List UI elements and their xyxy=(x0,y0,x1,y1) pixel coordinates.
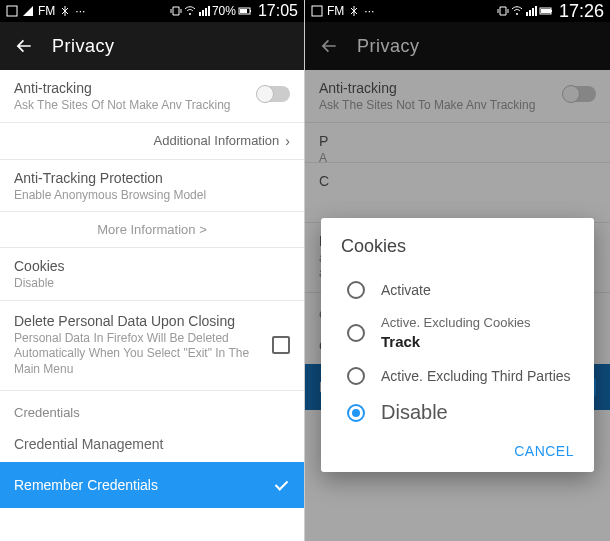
app-header: Privacy xyxy=(305,22,610,70)
carrier-label: FM xyxy=(327,4,344,18)
radio-exclude-third[interactable]: Active. Excluding Third Parties xyxy=(341,359,574,393)
carrier-label: FM xyxy=(38,4,55,18)
credential-mgmt-label: Credential Management xyxy=(14,436,290,452)
back-icon[interactable] xyxy=(14,36,34,56)
cookies-value: Disable xyxy=(14,276,290,292)
battery-icon xyxy=(238,5,252,17)
more-info-link[interactable]: More Information > xyxy=(0,212,304,248)
more-icon: ··· xyxy=(75,4,85,18)
wifi-icon xyxy=(184,5,196,17)
radio-label: Active. Excluding Cookies Track xyxy=(381,315,531,351)
bluetooth-icon xyxy=(348,5,360,17)
anti-tracking-switch[interactable] xyxy=(258,86,290,102)
clock: 17:05 xyxy=(258,2,298,20)
delete-data-checkbox[interactable] xyxy=(272,336,290,354)
cookies-title: Cookies xyxy=(14,258,290,274)
radio-icon xyxy=(347,404,365,422)
cookies-row[interactable]: Cookies Disable xyxy=(0,248,304,301)
remember-checkbox[interactable] xyxy=(272,476,290,494)
cell-icon xyxy=(198,5,210,17)
dialog-title: Cookies xyxy=(341,236,574,257)
battery-icon xyxy=(539,5,553,17)
remember-label: Remember Credentials xyxy=(14,477,272,493)
delete-data-sub: Personal Data In Firefox Will Be Deleted… xyxy=(14,331,272,378)
svg-rect-4 xyxy=(240,9,247,13)
radio-icon xyxy=(347,324,365,342)
anti-tracking-row[interactable]: Anti-tracking Ask The Sites Of Not Make … xyxy=(0,70,304,123)
bluetooth-icon xyxy=(59,5,71,17)
page-title: Privacy xyxy=(52,36,115,57)
status-bar: FM ··· 70% 17:05 xyxy=(0,0,304,22)
battery-pct: 70% xyxy=(212,4,236,18)
radio-label: Disable xyxy=(381,401,448,424)
svg-rect-9 xyxy=(541,9,551,13)
back-icon xyxy=(319,36,339,56)
page-title: Privacy xyxy=(357,36,420,57)
anti-tracking-protection-row[interactable]: Anti-Tracking Protection Enable Anonymou… xyxy=(0,160,304,213)
radio-exclude-trackers[interactable]: Active. Excluding Cookies Track xyxy=(341,307,574,359)
atp-title: Anti-Tracking Protection xyxy=(14,170,290,186)
delete-data-row[interactable]: Delete Personal Data Upon Closing Person… xyxy=(0,301,304,391)
radio-icon xyxy=(347,367,365,385)
additional-info-label: Additional Information xyxy=(154,133,280,148)
radio-icon xyxy=(347,281,365,299)
svg-rect-3 xyxy=(250,10,251,12)
cell-icon xyxy=(525,5,537,17)
svg-rect-5 xyxy=(312,6,322,16)
app-header: Privacy xyxy=(0,22,304,70)
cancel-button[interactable]: CANCEL xyxy=(514,443,574,459)
app-icon xyxy=(311,5,323,17)
vibrate-icon xyxy=(170,5,182,17)
anti-tracking-title: Anti-tracking xyxy=(14,80,258,96)
credential-mgmt-row[interactable]: Credential Management xyxy=(0,426,304,462)
svg-point-1 xyxy=(189,13,191,15)
radio-disable[interactable]: Disable xyxy=(341,393,574,432)
cookies-dialog: Cookies Activate Active. Excluding Cooki… xyxy=(321,218,594,472)
svg-point-6 xyxy=(516,13,518,15)
clock: 17:26 xyxy=(559,1,604,22)
wifi-icon xyxy=(511,5,523,17)
vibrate-icon xyxy=(497,5,509,17)
radio-label: Active. Excluding Third Parties xyxy=(381,368,571,384)
radio-activate[interactable]: Activate xyxy=(341,273,574,307)
chevron-right-icon: › xyxy=(285,133,290,149)
remember-credentials-row[interactable]: Remember Credentials xyxy=(0,462,304,508)
app-icon xyxy=(6,5,18,17)
delete-data-title: Delete Personal Data Upon Closing xyxy=(14,313,272,329)
more-icon: ··· xyxy=(364,4,374,18)
status-bar: FM ··· 17:26 xyxy=(305,0,610,22)
additional-info-link[interactable]: Additional Information › xyxy=(0,123,304,160)
svg-rect-8 xyxy=(551,10,552,12)
signal-icon xyxy=(22,5,34,17)
credentials-section: Credentials xyxy=(0,391,304,426)
svg-rect-0 xyxy=(7,6,17,16)
atp-sub: Enable Anonymous Browsing Model xyxy=(14,188,290,204)
radio-label: Activate xyxy=(381,282,431,298)
anti-tracking-sub: Ask The Sites Of Not Make Anv Tracking xyxy=(14,98,258,114)
